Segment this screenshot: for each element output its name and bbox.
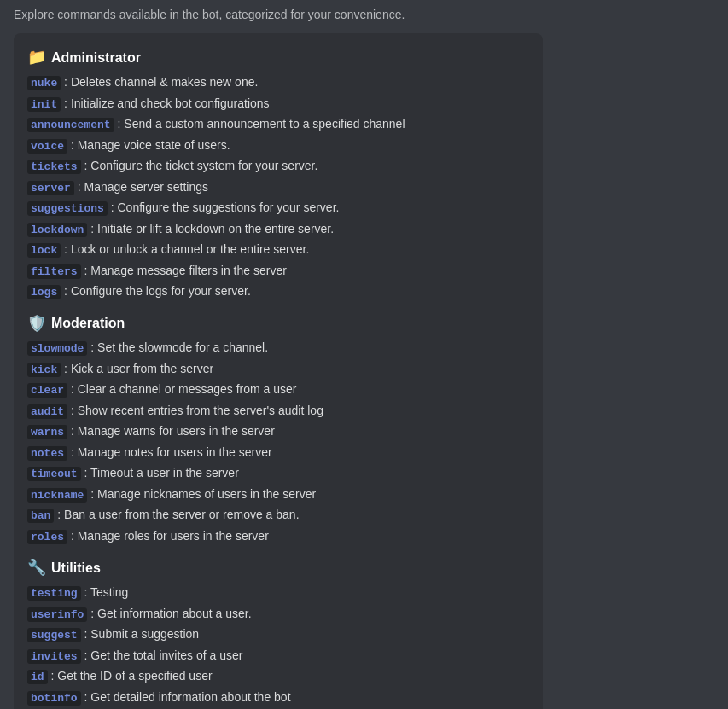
cmd-tag-audit: audit	[27, 404, 67, 419]
message-body: 📁Administratornuke : Deletes channel & m…	[14, 33, 543, 709]
cmd-tag-lockdown: lockdown	[27, 223, 87, 237]
cmd-tag-tickets: tickets	[27, 160, 81, 174]
command-line-timeout: timeout : Timeout a user in the server	[27, 464, 529, 483]
cmd-tag-warns: warns	[27, 425, 67, 439]
message-container: 📁Administratornuke : Deletes channel & m…	[0, 26, 728, 709]
command-line-init: init : Initialize and check bot configur…	[27, 95, 529, 113]
command-line-tickets: tickets : Configure the ticket system fo…	[27, 157, 529, 176]
cmd-tag-suggest: suggest	[27, 628, 81, 642]
content-area: 📁Administratornuke : Deletes channel & m…	[14, 33, 714, 709]
cmd-tag-nickname: nickname	[27, 488, 87, 503]
cmd-tag-announcement: announcement	[27, 118, 114, 132]
command-line-notes: notes : Manage notes for users in the se…	[27, 444, 529, 462]
command-line-ban: ban : Ban a user from the server or remo…	[27, 506, 529, 525]
cmd-tag-filters: filters	[27, 264, 81, 279]
cmd-tag-clear: clear	[27, 383, 67, 398]
cmd-tag-server: server	[27, 181, 74, 195]
cmd-tag-userinfo: userinfo	[27, 607, 87, 622]
moderation-icon: 🛡️	[27, 313, 46, 334]
cmd-tag-timeout: timeout	[27, 467, 81, 481]
cmd-tag-init: init	[27, 97, 61, 112]
command-line-logs: logs : Configure the logs for your serve…	[27, 282, 529, 301]
cmd-tag-botinfo: botinfo	[27, 691, 81, 706]
command-line-suggest: suggest : Submit a suggestion	[27, 625, 529, 644]
command-line-suggestions: suggestions : Configure the suggestions …	[27, 199, 529, 218]
cmd-tag-slowmode: slowmode	[27, 341, 87, 356]
cmd-tag-suggestions: suggestions	[27, 201, 108, 216]
command-line-filters: filters : Manage message filters in the …	[27, 262, 529, 281]
command-line-voice: voice : Manage voice state of users.	[27, 137, 529, 155]
command-line-lock: lock : Lock or unlock a channel or the e…	[27, 241, 529, 259]
command-line-lockdown: lockdown : Initiate or lift a lockdown o…	[27, 220, 529, 239]
command-line-nuke: nuke : Deletes channel & makes new one.	[27, 73, 529, 92]
command-line-userinfo: userinfo : Get information about a user.	[27, 605, 529, 624]
section-title-administrator: Administrator	[51, 49, 141, 67]
command-line-clear: clear : Clear a channel or messages from…	[27, 381, 529, 399]
command-line-audit: audit : Show recent entries from the ser…	[27, 402, 529, 421]
section-title-utilities: Utilities	[51, 559, 101, 578]
cmd-tag-invites: invites	[27, 649, 81, 664]
cmd-tag-lock: lock	[27, 243, 61, 258]
cmd-tag-voice: voice	[27, 139, 67, 154]
command-line-announcement: announcement : Send a custom announcemen…	[27, 115, 529, 134]
administrator-icon: 📁	[27, 47, 46, 68]
command-line-id: id : Get the ID of a specified user	[27, 667, 529, 686]
cmd-tag-testing: testing	[27, 586, 81, 601]
command-line-botinfo: botinfo : Get detailed information about…	[27, 689, 529, 707]
section-header-moderation: 🛡️Moderation	[27, 313, 529, 334]
cmd-tag-id: id	[27, 670, 48, 684]
cmd-tag-roles: roles	[27, 530, 67, 544]
command-line-server: server : Manage server settings	[27, 178, 529, 197]
cmd-tag-logs: logs	[27, 285, 61, 299]
command-line-slowmode: slowmode : Set the slowmode for a channe…	[27, 339, 529, 357]
command-line-invites: invites : Get the total invites of a use…	[27, 647, 529, 665]
intro-text: Explore commands available in the bot, c…	[0, 0, 728, 26]
utilities-icon: 🔧	[27, 557, 46, 578]
cmd-tag-ban: ban	[27, 509, 54, 523]
command-line-testing: testing : Testing	[27, 584, 529, 602]
section-title-moderation: Moderation	[51, 314, 125, 333]
command-line-warns: warns : Manage warns for users in the se…	[27, 422, 529, 441]
command-line-roles: roles : Manage roles for users in the se…	[27, 527, 529, 546]
command-line-kick: kick : Kick a user from the server	[27, 360, 529, 379]
cmd-tag-notes: notes	[27, 446, 67, 461]
section-header-utilities: 🔧Utilities	[27, 557, 529, 578]
command-line-nickname: nickname : Manage nicknames of users in …	[27, 485, 529, 504]
cmd-tag-nuke: nuke	[27, 76, 61, 90]
section-header-administrator: 📁Administrator	[27, 47, 529, 68]
cmd-tag-kick: kick	[27, 363, 61, 377]
